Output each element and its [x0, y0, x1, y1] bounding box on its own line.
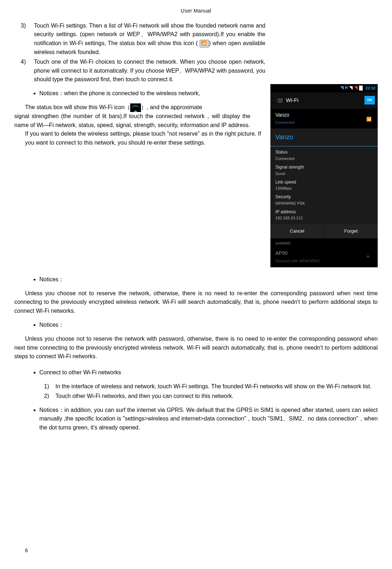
- ip-label: IP address: [275, 209, 373, 215]
- notice-2: Notices：: [39, 275, 378, 284]
- signal-icon: [354, 86, 358, 90]
- connect-other-step-2: Touch other Wi-Fi networks, and then you…: [55, 392, 378, 401]
- ip-value: 192.168.33.112: [275, 215, 373, 221]
- step-3: Touch Wi-Fi settings. Then a list of Wi-…: [34, 21, 378, 57]
- notice-3-paragraph: Unless you choose not to reserve the net…: [14, 335, 378, 361]
- signal-label: Signal strength: [275, 164, 373, 171]
- section-available: available): [270, 238, 378, 247]
- wifi-connected-icon: [130, 103, 141, 112]
- battery-icon: [359, 86, 363, 91]
- wifi-toggle[interactable]: ON: [364, 96, 375, 104]
- page-number: 6: [25, 547, 28, 555]
- status-label: Status: [275, 149, 373, 156]
- security-label: Security: [275, 194, 373, 200]
- network-item-ap90[interactable]: AP90 Secured with WPA/WPA2 +: [270, 247, 378, 267]
- notice-gprs: Notices：in addition, you can surf the in…: [39, 406, 378, 432]
- notice-2-paragraph: Unless you choose not to reserve the net…: [14, 289, 378, 316]
- signal-icon: [349, 86, 353, 90]
- speed-value: 135Mbps: [275, 185, 373, 191]
- status-value: Connected: [275, 156, 373, 162]
- network-name: Vanzo: [275, 111, 294, 119]
- dialog-title: Vanzo: [270, 129, 378, 146]
- wifi-status-icon: [340, 86, 344, 90]
- wifi-settings-titlebar[interactable]: 〈▦ Wi-Fi ON: [270, 92, 378, 108]
- delete-settings-paragraph: If you want to delete the wireless setti…: [14, 130, 261, 147]
- clock: 22:32: [366, 85, 376, 91]
- page-header: User Manual: [14, 7, 378, 15]
- network-name: AP90: [275, 249, 320, 257]
- signal-value: Good: [275, 171, 373, 177]
- forget-button[interactable]: Forget: [324, 224, 378, 238]
- wifi-signal-icon: 📶: [366, 116, 373, 121]
- network-security: Secured with WPA/WPA2: [275, 258, 320, 264]
- wifi-open-icon: [200, 40, 209, 48]
- wifi-title: Wi-Fi: [286, 97, 298, 103]
- security-value: WPA/WPA2 PSK: [275, 200, 373, 206]
- android-status-bar: H 22:32: [270, 84, 378, 92]
- cancel-button[interactable]: Cancel: [270, 224, 324, 238]
- step-4: Touch one of the Wi-Fi choices to connec…: [34, 58, 378, 84]
- connect-other-heading: Connect to other Wi-Fi networks: [39, 368, 378, 377]
- notice-3: Notices：: [39, 321, 378, 330]
- speed-label: Link speed: [275, 179, 373, 186]
- add-network-icon[interactable]: +: [363, 252, 373, 262]
- network-item-vanzo[interactable]: Vanzo Connected 📶: [270, 108, 378, 129]
- network-status: Connected: [275, 120, 294, 126]
- h-icon: H: [345, 85, 348, 91]
- connect-other-step-1: In the interface of wireless and network…: [55, 382, 378, 391]
- wifi-screenshot: H 22:32 〈▦ Wi-Fi ON Vanzo Connected 📶 Va…: [270, 84, 378, 267]
- signal-paragraph: signal strengthen (the number of lit bar…: [14, 112, 250, 130]
- back-icon[interactable]: 〈▦: [273, 98, 283, 103]
- wifi-details-dialog: Vanzo Status Connected Signal strength G…: [270, 129, 378, 238]
